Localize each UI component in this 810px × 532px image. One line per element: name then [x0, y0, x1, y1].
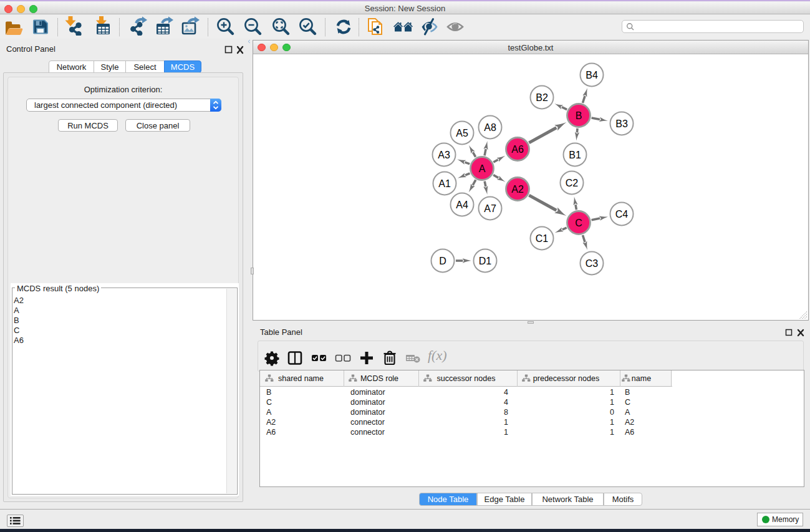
svg-text:A3: A3 [438, 150, 450, 160]
svg-text:C2: C2 [566, 178, 579, 188]
svg-text:B4: B4 [586, 70, 598, 80]
svg-text:C3: C3 [586, 258, 599, 269]
svg-text:A4: A4 [456, 200, 468, 210]
svg-text:A6: A6 [511, 144, 524, 155]
svg-text:A5: A5 [456, 128, 468, 138]
svg-text:B3: B3 [615, 118, 628, 129]
svg-text:B1: B1 [569, 150, 581, 160]
svg-text:B2: B2 [536, 92, 548, 103]
svg-text:A7: A7 [484, 203, 496, 214]
svg-text:C1: C1 [536, 233, 549, 244]
svg-text:A8: A8 [484, 122, 496, 133]
svg-text:B: B [576, 110, 582, 121]
svg-text:C: C [575, 218, 582, 228]
svg-text:D1: D1 [479, 256, 492, 266]
svg-text:A1: A1 [438, 178, 451, 189]
svg-text:A: A [479, 163, 486, 174]
svg-text:C4: C4 [615, 209, 629, 220]
svg-text:A2: A2 [511, 184, 524, 195]
svg-text:D: D [439, 256, 446, 266]
